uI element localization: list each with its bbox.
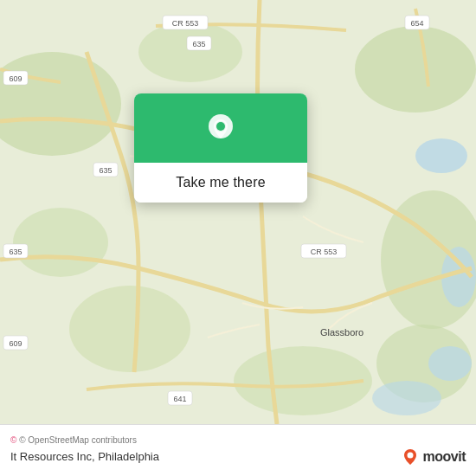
moovit-wordmark: moovit: [423, 449, 466, 465]
map-svg: CR 553 654 609 635 635 635 609 641 CR 55…: [0, 0, 476, 424]
svg-text:654: 654: [410, 19, 423, 28]
callout-header: [134, 93, 307, 163]
svg-point-6: [13, 208, 108, 277]
svg-text:Glassboro: Glassboro: [320, 327, 363, 338]
location-title: It Resources Inc, Philadelphia: [10, 450, 159, 463]
svg-point-12: [372, 381, 441, 415]
osm-attribution: © © OpenStreetMap contributors: [10, 435, 466, 445]
svg-point-9: [415, 138, 467, 173]
osm-text: © OpenStreetMap contributors: [19, 435, 137, 445]
svg-text:635: 635: [99, 166, 112, 175]
svg-point-35: [407, 452, 413, 458]
location-pin-icon: [202, 111, 240, 149]
map-container: CR 553 654 609 635 635 635 609 641 CR 55…: [0, 0, 476, 424]
footer: © © OpenStreetMap contributors It Resour…: [0, 424, 476, 476]
moovit-logo: moovit: [401, 447, 466, 466]
moovit-pin-icon: [401, 447, 420, 466]
svg-text:CR 553: CR 553: [172, 19, 199, 28]
callout-popup: Take me there: [134, 93, 307, 203]
svg-text:635: 635: [9, 248, 22, 256]
svg-point-5: [69, 286, 190, 372]
svg-point-8: [138, 22, 242, 82]
svg-text:635: 635: [192, 40, 205, 48]
svg-text:609: 609: [9, 339, 22, 348]
footer-bottom: It Resources Inc, Philadelphia moovit: [10, 447, 466, 466]
svg-text:609: 609: [9, 74, 22, 83]
svg-point-11: [428, 346, 472, 381]
svg-point-34: [216, 122, 225, 131]
take-me-there-button[interactable]: Take me there: [134, 163, 307, 203]
svg-text:CR 553: CR 553: [311, 248, 338, 256]
svg-text:641: 641: [173, 395, 186, 403]
svg-point-2: [355, 26, 476, 113]
